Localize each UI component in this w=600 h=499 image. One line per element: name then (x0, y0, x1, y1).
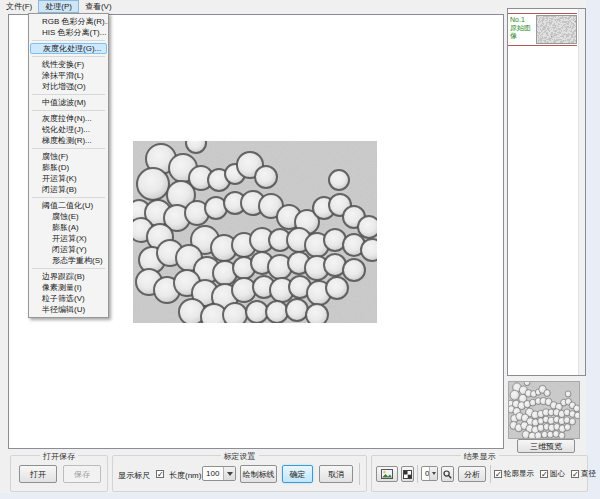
analyze-button[interactable]: 分析 (458, 466, 486, 482)
checkbox-label: 轮廓显示 (504, 469, 534, 479)
menu-item[interactable]: 腐蚀(E) (29, 211, 108, 222)
menu-separator (32, 40, 105, 41)
display-options: ✓轮廓显示✓圆心✓直径编号 (494, 469, 600, 479)
menu-item[interactable]: 涂抹平滑(L) (29, 70, 108, 81)
level-value: 0 (422, 469, 429, 478)
checkbox-box[interactable]: ✓ (571, 470, 579, 478)
menu-item[interactable]: 闭运算(Y) (29, 244, 108, 255)
tem-image[interactable] (133, 141, 377, 323)
menu-item[interactable]: 膨胀(A) (29, 222, 108, 233)
picture-tool-button[interactable] (376, 466, 398, 482)
menu-item[interactable]: 锐化处理(J)... (29, 124, 108, 135)
menu-separator (32, 94, 105, 95)
list-item-label: No.1 原始图像 (508, 14, 536, 40)
display-option-checkbox[interactable]: ✓圆心 (540, 469, 565, 479)
menu-item[interactable]: 开运算(X) (29, 233, 108, 244)
image-list: No.1 原始图像 (507, 8, 586, 376)
file-group-title: 打开保存 (40, 451, 78, 462)
checkbox-label: 圆心 (550, 469, 565, 479)
cancel-button[interactable]: 取消 (319, 465, 353, 483)
separator (490, 465, 491, 483)
result-group: 结果显示 0 分析 ✓轮廓显 (371, 455, 588, 492)
menu-item[interactable]: 腐蚀(F) (29, 151, 108, 162)
result-preview-thumbnail (508, 381, 580, 439)
binary-tool-button[interactable] (401, 466, 414, 482)
length-value: 100 (203, 469, 223, 478)
menu-item[interactable]: 灰度化处理(G)... (30, 43, 107, 54)
menu-item[interactable]: 梯度检测(R)... (29, 135, 108, 146)
preview-3d-button[interactable]: 三维预览 (517, 439, 575, 453)
magnifier-icon (443, 470, 452, 479)
menu-item[interactable]: 线性变换(F) (29, 59, 108, 70)
menu-item[interactable]: 阈值二值化(U) (29, 200, 108, 211)
menu-separator (32, 268, 105, 269)
menu-item[interactable]: 形态学重构(S) (29, 255, 108, 266)
dropdown-arrow-icon[interactable] (223, 467, 235, 480)
menu-separator (32, 197, 105, 198)
picture-icon (381, 469, 393, 479)
menu-item[interactable]: RGB 色彩分离(R)... (29, 16, 108, 27)
separator (359, 463, 360, 485)
list-scrollbar[interactable] (578, 9, 585, 375)
processing-menu: RGB 色彩分离(R)...HIS 色彩分离(T)...灰度化处理(G)...线… (28, 13, 109, 318)
menu-bar: 文件(F) 处理(P) 查看(V) (0, 0, 586, 13)
save-button[interactable]: 保存 (63, 465, 101, 483)
draw-scale-button[interactable]: 绘制标线 (240, 465, 277, 483)
menu-item[interactable]: 半径编辑(U) (29, 304, 108, 315)
menu-item[interactable]: 灰度拉伸(N)... (29, 113, 108, 124)
menu-item[interactable]: 粒子筛选(V) (29, 293, 108, 304)
menu-file[interactable]: 文件(F) (0, 0, 38, 13)
length-label: 长度(nm): (169, 470, 204, 481)
menu-item[interactable]: 中值滤波(M) (29, 97, 108, 108)
checkbox-label: 直径 (581, 469, 596, 479)
level-spinner[interactable]: 0 (421, 466, 438, 481)
menu-processing[interactable]: 处理(P) (38, 0, 79, 13)
menu-separator (32, 110, 105, 111)
menu-item[interactable]: 膨胀(D) (29, 162, 108, 173)
checkbox-box[interactable]: ✓ (540, 470, 548, 478)
result-group-title: 结果显示 (461, 451, 499, 462)
display-option-checkbox[interactable]: ✓直径 (571, 469, 596, 479)
menu-item[interactable]: 像素测量(I) (29, 282, 108, 293)
checkbox-box[interactable]: ✓ (494, 470, 502, 478)
magnifier-tool-button[interactable] (441, 466, 454, 482)
dropdown-arrow-icon[interactable] (429, 467, 437, 480)
display-option-checkbox[interactable]: ✓轮廓显示 (494, 469, 534, 479)
show-scale-checkbox[interactable]: ✓ (156, 470, 164, 478)
menu-item[interactable]: 对比增强(O) (29, 81, 108, 92)
length-combobox[interactable]: 100 (202, 466, 236, 481)
menu-separator (32, 148, 105, 149)
open-button[interactable]: 打开 (19, 465, 57, 483)
app-window: 文件(F) 处理(P) 查看(V) (0, 0, 586, 493)
menu-item[interactable]: 闭运算(B) (29, 184, 108, 195)
menu-separator (32, 56, 105, 57)
binary-grid-icon (403, 470, 412, 479)
ok-button[interactable]: 确定 (282, 465, 313, 483)
noise-thumbnail (536, 15, 577, 44)
menu-item[interactable]: 开运算(K) (29, 173, 108, 184)
file-group: 打开保存 打开 保存 (10, 455, 108, 492)
separator (417, 465, 418, 483)
list-item-original-image[interactable]: No.1 原始图像 (508, 13, 577, 46)
calibration-group-title: 标定设置 (221, 451, 259, 462)
menu-view[interactable]: 查看(V) (79, 0, 118, 13)
menu-item[interactable]: HIS 色彩分离(T)... (29, 27, 108, 38)
show-scale-label: 显示标尺 (118, 470, 150, 481)
menu-item[interactable]: 边界跟踪(B) (29, 271, 108, 282)
calibration-group: 标定设置 显示标尺 ✓ 长度(nm): 100 绘制标线 确定 取消 (112, 455, 367, 492)
